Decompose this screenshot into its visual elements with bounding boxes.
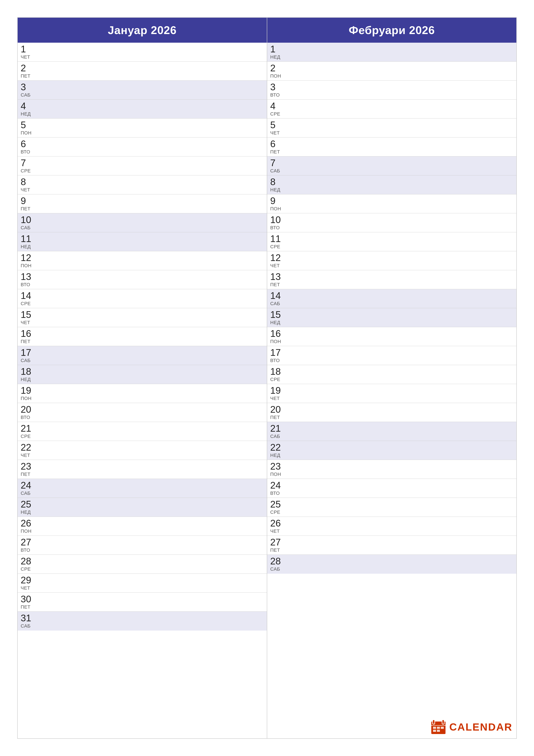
day-name: ВТО bbox=[21, 547, 30, 553]
day-row: 10ВТО bbox=[267, 213, 516, 232]
day-number-block: 31САБ bbox=[18, 611, 39, 631]
day-name: ПОН bbox=[270, 339, 281, 344]
day-row: 14САБ bbox=[267, 289, 516, 308]
day-content bbox=[289, 384, 516, 403]
day-number: 18 bbox=[270, 367, 281, 376]
day-row: 25НЕД bbox=[18, 498, 267, 517]
day-content bbox=[289, 156, 516, 175]
day-number-block: 27ВТО bbox=[18, 536, 39, 554]
svg-rect-3 bbox=[442, 720, 444, 724]
day-number-block: 24ВТО bbox=[267, 479, 289, 498]
day-number: 28 bbox=[270, 556, 281, 566]
day-name: СРЕ bbox=[270, 111, 280, 117]
day-row: 30ПЕТ bbox=[18, 593, 267, 611]
day-number: 10 bbox=[270, 215, 281, 225]
day-name: ЧЕТ bbox=[270, 396, 280, 401]
day-number-block: 9ПОН bbox=[267, 194, 289, 213]
day-number: 31 bbox=[21, 613, 31, 623]
day-number: 27 bbox=[21, 537, 31, 547]
day-name: ЧЕТ bbox=[21, 54, 30, 60]
day-number-block: 3САБ bbox=[18, 81, 39, 99]
day-number: 22 bbox=[270, 443, 281, 452]
day-name: СРЕ bbox=[21, 301, 31, 307]
day-content bbox=[289, 327, 516, 346]
day-content bbox=[39, 156, 267, 175]
day-content bbox=[39, 43, 267, 62]
day-content bbox=[39, 555, 267, 574]
day-number: 12 bbox=[270, 253, 281, 262]
day-number-block: 13ВТО bbox=[18, 270, 39, 289]
day-name: НЕД bbox=[270, 187, 280, 193]
day-number: 11 bbox=[270, 234, 281, 244]
day-content bbox=[39, 517, 267, 535]
day-row: 1ЧЕТ bbox=[18, 43, 267, 62]
day-content bbox=[39, 536, 267, 554]
day-number-block: 2ПЕТ bbox=[18, 62, 39, 80]
day-row: 24ВТО bbox=[267, 479, 516, 498]
day-content bbox=[39, 270, 267, 289]
day-number: 13 bbox=[21, 272, 31, 282]
day-number: 30 bbox=[21, 594, 31, 604]
day-number: 12 bbox=[21, 253, 31, 262]
day-row: 16ПЕТ bbox=[18, 327, 267, 346]
day-content bbox=[289, 289, 516, 308]
day-name: НЕД bbox=[21, 244, 31, 250]
day-content bbox=[289, 555, 516, 574]
day-row: 9ПЕТ bbox=[18, 194, 267, 213]
day-number-block: 12ЧЕТ bbox=[267, 251, 289, 270]
day-name: ПЕТ bbox=[21, 472, 30, 477]
day-number: 3 bbox=[270, 82, 275, 92]
day-content bbox=[289, 99, 516, 118]
day-row: 19ПОН bbox=[18, 384, 267, 403]
day-number-block: 8ЧЕТ bbox=[18, 176, 39, 194]
day-content bbox=[39, 346, 267, 365]
day-name: ВТО bbox=[21, 282, 30, 287]
svg-rect-8 bbox=[433, 730, 436, 732]
day-name: САБ bbox=[21, 491, 31, 496]
day-number-block: 15ЧЕТ bbox=[18, 308, 39, 327]
day-name: НЕД bbox=[270, 452, 280, 458]
day-name: САБ bbox=[270, 301, 280, 307]
day-number: 1 bbox=[21, 44, 26, 54]
day-content bbox=[39, 611, 267, 631]
day-row: 26ЧЕТ bbox=[267, 517, 516, 536]
day-number-block: 19ЧЕТ bbox=[267, 384, 289, 403]
day-number-block: 16ПЕТ bbox=[18, 327, 39, 346]
day-content bbox=[39, 62, 267, 80]
day-row: 10САБ bbox=[18, 213, 267, 232]
day-number-block: 10ВТО bbox=[267, 213, 289, 232]
calendar-grid: Јануар 20261ЧЕТ2ПЕТ3САБ4НЕД5ПОН6ВТО7СРЕ8… bbox=[17, 17, 517, 739]
day-number-block: 30ПЕТ bbox=[18, 593, 39, 611]
day-number: 20 bbox=[270, 405, 281, 414]
day-row: 19ЧЕТ bbox=[267, 384, 516, 403]
day-content bbox=[289, 403, 516, 422]
day-name: НЕД bbox=[21, 509, 31, 515]
day-number: 18 bbox=[21, 367, 31, 376]
day-row: 21СРЕ bbox=[18, 422, 267, 441]
day-row: 11НЕД bbox=[18, 232, 267, 251]
day-row: 27ПЕТ bbox=[267, 536, 516, 555]
day-row: 13ПЕТ bbox=[267, 270, 516, 289]
day-content bbox=[39, 593, 267, 611]
day-name: ВТО bbox=[270, 491, 280, 496]
day-number-block: 18СРЕ bbox=[267, 365, 289, 384]
day-row: 2ПОН bbox=[267, 62, 516, 81]
day-content bbox=[289, 498, 516, 517]
day-number-block: 8НЕД bbox=[267, 176, 289, 194]
day-name: СРЕ bbox=[270, 509, 280, 515]
day-row: 17ВТО bbox=[267, 346, 516, 365]
day-name: ПЕТ bbox=[270, 547, 280, 553]
day-name: ВТО bbox=[270, 225, 280, 230]
day-number: 9 bbox=[21, 196, 26, 205]
logo-text: CALENDAR bbox=[449, 721, 513, 733]
day-number-block: 28СРЕ bbox=[18, 555, 39, 574]
day-number-block: 23ПЕТ bbox=[18, 460, 39, 479]
day-name: ВТО bbox=[21, 415, 30, 420]
day-content bbox=[289, 213, 516, 232]
day-name: ПЕТ bbox=[270, 282, 280, 287]
day-number: 9 bbox=[270, 196, 275, 205]
day-content bbox=[39, 498, 267, 517]
day-content bbox=[39, 308, 267, 327]
day-name: ПЕТ bbox=[21, 73, 30, 79]
day-row: 1НЕД bbox=[267, 43, 516, 62]
